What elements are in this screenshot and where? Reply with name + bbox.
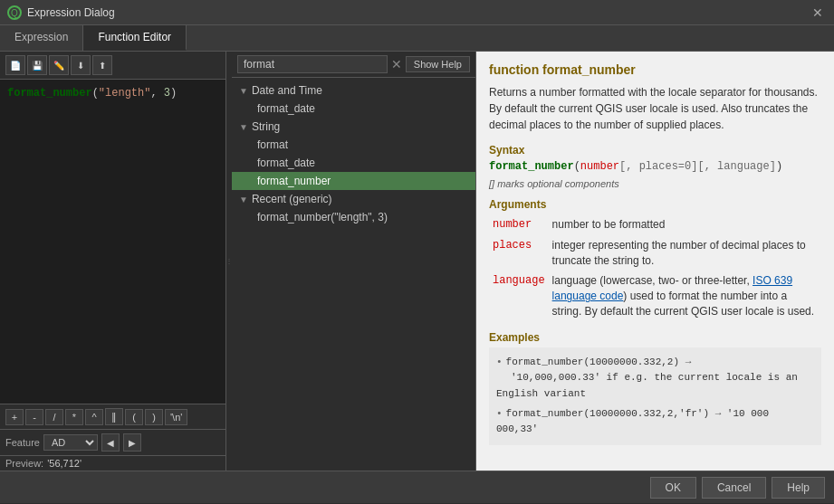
- toggle-icon: ▼: [239, 86, 248, 96]
- tree-group-datetime: ▼ Date and Time format_date: [232, 81, 475, 118]
- help-function-title: function format_number: [489, 62, 821, 77]
- main-content: 📄 💾 ✏️ ⬇ ⬆ format_number("length", 3) + …: [0, 52, 834, 471]
- edit-button[interactable]: ✏️: [49, 55, 69, 75]
- import-button[interactable]: ⬇: [71, 55, 91, 75]
- arg-row-places: places integer representing the number o…: [489, 235, 821, 271]
- tab-expression[interactable]: Expression: [0, 25, 83, 51]
- toggle-icon: ▼: [239, 122, 248, 132]
- preview-label: Preview:: [5, 458, 43, 469]
- arg-row-language: language language (lowercase, two- or th…: [489, 271, 821, 321]
- tree-group-recent-header[interactable]: ▼ Recent (generic): [232, 190, 475, 208]
- arg-desc-language: language (lowercase, two- or three-lette…: [549, 271, 821, 321]
- search-clear-button[interactable]: ✕: [391, 57, 402, 71]
- app-icon: Q: [7, 5, 22, 20]
- show-help-button[interactable]: Show Help: [406, 56, 470, 72]
- new-file-button[interactable]: 📄: [5, 55, 25, 75]
- help-description: Returns a number formatted with the loca…: [489, 84, 821, 133]
- tabs-bar: Expression Function Editor: [0, 25, 834, 52]
- op-caret[interactable]: ^: [85, 409, 103, 425]
- feature-label: Feature: [5, 437, 40, 448]
- op-minus[interactable]: -: [25, 409, 43, 425]
- syntax-func-name: format_number: [489, 160, 574, 173]
- help-panel: function format_number Returns a number …: [476, 52, 834, 471]
- operator-bar: + - / * ^ ‖ ( ) '\n': [0, 404, 225, 429]
- tree-item-recent-format-number[interactable]: format_number("length", 3): [232, 208, 475, 226]
- bottom-bar: OK Cancel Help: [0, 471, 834, 503]
- syntax-section-title: Syntax: [489, 144, 821, 157]
- left-panel: 📄 💾 ✏️ ⬇ ⬆ format_number("length", 3) + …: [0, 52, 226, 471]
- search-bar: ✕ Show Help: [232, 52, 475, 78]
- feature-bar: Feature AD AE AF ◀ ▶: [0, 429, 225, 455]
- arguments-table: number number to be formatted places int…: [489, 214, 821, 322]
- title-bar: Q Expression Dialog ✕: [0, 0, 834, 25]
- example-1-code: format_number(10000000.332,2) →: [506, 357, 692, 367]
- code-editor[interactable]: format_number("length", 3): [0, 80, 225, 404]
- example-2-code: format_number(10000000.332,2,'fr') → '10…: [496, 408, 769, 435]
- function-tree-panel: ✕ Show Help ▼ Date and Time format_date …: [232, 52, 476, 471]
- syntax-param-number: number: [580, 160, 619, 173]
- svg-text:Q: Q: [11, 8, 18, 18]
- op-close-paren[interactable]: ): [145, 409, 163, 425]
- arg-name-language: language: [489, 271, 549, 321]
- code-string-arg: "length": [99, 87, 151, 100]
- help-syntax: format_number(number[, places=0][, langu…: [489, 160, 821, 173]
- op-open-paren[interactable]: (: [125, 409, 143, 425]
- export-button[interactable]: ⬆: [92, 55, 112, 75]
- tree-item-format-date-string[interactable]: format_date: [232, 154, 475, 172]
- syntax-optional-lang: [, language]: [697, 160, 775, 173]
- preview-bar: Preview: '56,712': [0, 455, 225, 471]
- tab-function-editor[interactable]: Function Editor: [83, 25, 187, 51]
- example-1-result: '10,000,000.33' if e.g. the current loca…: [496, 372, 798, 399]
- search-input[interactable]: [237, 55, 388, 73]
- tree-item-format[interactable]: format: [232, 136, 475, 154]
- feature-select[interactable]: AD AE AF: [43, 434, 98, 451]
- tree-group-datetime-header[interactable]: ▼ Date and Time: [232, 81, 475, 100]
- help-button[interactable]: Help: [772, 477, 825, 499]
- tree-group-recent: ▼ Recent (generic) format_number("length…: [232, 190, 475, 226]
- arg-row-number: number number to be formatted: [489, 214, 821, 235]
- editor-toolbar: 📄 💾 ✏️ ⬇ ⬆: [0, 52, 225, 80]
- arg-desc-places: integer representing the number of decim…: [549, 235, 821, 271]
- syntax-optional-places: [, places=0]: [619, 160, 697, 173]
- arg-name-places: places: [489, 235, 549, 271]
- op-divide[interactable]: /: [45, 409, 63, 425]
- iso-link[interactable]: ISO 639 language code: [552, 274, 792, 302]
- ok-button[interactable]: OK: [650, 477, 696, 499]
- function-tree: ▼ Date and Time format_date ▼ String for…: [232, 78, 475, 471]
- op-newline[interactable]: '\n': [165, 409, 187, 425]
- op-plus[interactable]: +: [5, 409, 24, 425]
- help-optional-note: [] marks optional components: [489, 178, 821, 189]
- tree-item-format-number[interactable]: format_number: [232, 172, 475, 190]
- code-function-name: format_number: [7, 87, 92, 100]
- code-number-arg: 3: [164, 87, 170, 100]
- examples-section-title: Examples: [489, 331, 821, 344]
- arguments-section-title: Arguments: [489, 198, 821, 211]
- toggle-icon: ▼: [239, 195, 248, 204]
- window-title: Expression Dialog: [27, 6, 809, 19]
- arg-name-number: number: [489, 214, 549, 235]
- prev-feature-button[interactable]: ◀: [101, 433, 120, 452]
- examples-block: •format_number(10000000.332,2) → '10,000…: [489, 347, 821, 445]
- group-string-label: String: [252, 120, 280, 133]
- example-2: •format_number(10000000.332,2,'fr') → '1…: [496, 406, 814, 438]
- cancel-button[interactable]: Cancel: [702, 477, 766, 499]
- op-multiply[interactable]: *: [65, 409, 83, 425]
- preview-value: '56,712': [47, 458, 81, 469]
- tree-item-format-date-datetime[interactable]: format_date: [232, 100, 475, 118]
- op-concat[interactable]: ‖: [105, 408, 123, 425]
- tree-group-string: ▼ String format format_date format_numbe…: [232, 118, 475, 190]
- group-recent-label: Recent (generic): [252, 193, 332, 205]
- next-feature-button[interactable]: ▶: [123, 433, 141, 452]
- group-datetime-label: Date and Time: [252, 84, 322, 97]
- close-button[interactable]: ✕: [809, 5, 827, 20]
- tree-group-string-header[interactable]: ▼ String: [232, 118, 475, 136]
- arg-desc-number: number to be formatted: [549, 214, 821, 235]
- save-button[interactable]: 💾: [27, 55, 47, 75]
- example-1: •format_number(10000000.332,2) → '10,000…: [496, 355, 814, 403]
